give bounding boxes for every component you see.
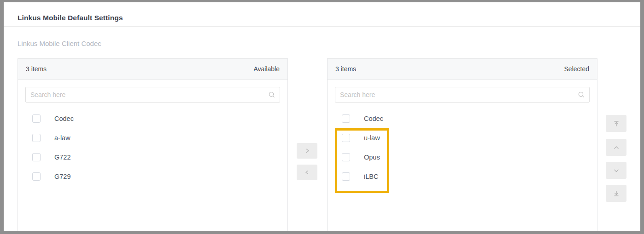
available-search <box>25 87 280 103</box>
available-list: Codec a-law G722 G729 <box>18 109 287 186</box>
move-down-button[interactable] <box>606 162 626 179</box>
select-all-checkbox[interactable] <box>32 114 41 123</box>
move-left-button[interactable] <box>297 165 317 180</box>
list-item: iLBC <box>328 167 597 186</box>
column-header-row: Codec <box>328 109 597 128</box>
item-checkbox[interactable] <box>342 153 350 161</box>
item-checkbox[interactable] <box>32 172 41 181</box>
item-checkbox[interactable] <box>32 134 41 142</box>
available-label: Available <box>253 65 280 73</box>
item-label: Opus <box>364 154 380 161</box>
selected-label: Selected <box>564 65 589 73</box>
list-item: a-law <box>18 128 287 148</box>
settings-page: Linkus Mobile Default Settings Linkus Mo… <box>4 2 640 231</box>
chevron-down-icon <box>613 167 620 174</box>
item-label: a-law <box>54 134 70 142</box>
chevron-right-icon <box>304 147 311 154</box>
available-search-input[interactable] <box>25 87 280 103</box>
column-header-row: Codec <box>18 109 287 128</box>
selected-panel-header: 3 items Selected <box>328 59 597 80</box>
item-label: G729 <box>54 173 70 180</box>
item-checkbox[interactable] <box>342 172 350 181</box>
item-label: u-law <box>364 134 380 142</box>
available-panel-header: 3 items Available <box>18 59 287 80</box>
list-item: Opus <box>328 148 597 167</box>
move-top-button[interactable] <box>606 115 626 132</box>
chevron-left-icon <box>304 169 311 176</box>
section-label: Linkus Mobile Client Codec <box>18 40 101 47</box>
column-header-label: Codec <box>54 115 74 122</box>
available-count: 3 items <box>26 65 47 73</box>
move-bottom-button[interactable] <box>606 185 626 202</box>
item-checkbox[interactable] <box>32 153 41 161</box>
select-all-checkbox[interactable] <box>342 114 350 123</box>
search-icon <box>578 91 585 98</box>
move-right-button[interactable] <box>297 143 317 159</box>
search-icon <box>268 91 275 98</box>
selected-search-input[interactable] <box>335 87 590 103</box>
list-item: G729 <box>18 167 287 186</box>
move-up-button[interactable] <box>606 139 626 156</box>
column-header-label: Codec <box>364 115 383 122</box>
available-panel: 3 items Available Codec a-law G722 <box>18 58 288 231</box>
selected-search <box>335 87 590 103</box>
selected-list: Codec u-law Opus iLBC <box>328 109 597 186</box>
move-to-top-icon <box>613 120 620 127</box>
selected-count: 3 items <box>335 65 356 73</box>
chevron-up-icon <box>613 144 620 151</box>
list-item: G722 <box>18 148 287 167</box>
page-header: Linkus Mobile Default Settings <box>4 2 640 27</box>
item-label: G722 <box>54 154 70 161</box>
page-title: Linkus Mobile Default Settings <box>18 14 123 22</box>
list-item: u-law <box>328 128 597 148</box>
selected-panel: 3 items Selected Codec u-law Opus <box>327 58 597 231</box>
item-checkbox[interactable] <box>342 134 350 142</box>
item-label: iLBC <box>364 173 378 180</box>
move-to-bottom-icon <box>613 190 620 197</box>
